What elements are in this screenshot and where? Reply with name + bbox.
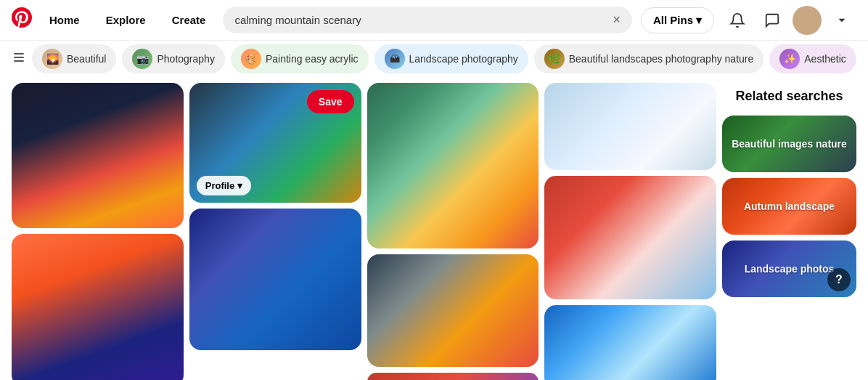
pin-card[interactable] xyxy=(367,83,539,248)
pin-column-2: Save Profile ▾ xyxy=(189,83,361,374)
pin-card[interactable] xyxy=(367,254,539,367)
save-button[interactable]: Save xyxy=(307,90,354,113)
filter-icon[interactable] xyxy=(12,50,26,68)
pin-card[interactable] xyxy=(367,373,539,380)
related-search-beautiful-nature[interactable]: Beautiful images nature xyxy=(722,116,856,172)
notification-button[interactable] xyxy=(723,6,752,35)
pin-column-1 xyxy=(12,83,184,374)
chip-landscape-photography[interactable]: 🏔 Landscape photography xyxy=(374,44,528,73)
pin-card[interactable] xyxy=(189,209,361,350)
pin-card[interactable] xyxy=(544,176,716,299)
related-searches-header: Related searches xyxy=(722,83,856,110)
pin-card[interactable] xyxy=(12,234,184,380)
pin-column-related: Related searches Beautiful images nature… xyxy=(722,83,856,374)
pin-card[interactable] xyxy=(544,305,716,380)
nav-home[interactable]: Home xyxy=(41,8,89,32)
search-input[interactable] xyxy=(234,14,607,26)
chip-photography[interactable]: 📷 Photography xyxy=(122,44,224,73)
search-bar: × xyxy=(223,7,632,33)
chevron-down-icon: ▾ xyxy=(696,14,702,27)
clear-search-button[interactable]: × xyxy=(613,12,621,28)
masonry-grid: Save Profile ▾ Relat xyxy=(0,77,868,380)
chevron-down-icon: ▾ xyxy=(237,180,242,191)
chip-aesthetic[interactable]: ✨ Aesthetic xyxy=(769,44,856,73)
nav-create[interactable]: Create xyxy=(163,8,215,32)
more-button[interactable] xyxy=(827,6,856,35)
chip-beautiful[interactable]: 🌄 Beautiful xyxy=(32,44,116,73)
related-search-landscape-photos[interactable]: Landscape photos ? xyxy=(722,240,856,297)
pin-column-3 xyxy=(367,83,539,374)
message-button[interactable] xyxy=(758,6,787,35)
filter-bar: 🌄 Beautiful 📷 Photography 🎨 Painting eas… xyxy=(0,41,868,77)
header: Home Explore Create × All Pins ▾ xyxy=(0,0,868,41)
nav-explore[interactable]: Explore xyxy=(97,8,155,32)
avatar[interactable] xyxy=(793,6,822,35)
profile-button[interactable]: Profile ▾ xyxy=(197,176,251,195)
pin-card[interactable] xyxy=(544,83,716,170)
related-search-autumn[interactable]: Autumn landscape xyxy=(722,178,856,235)
pinterest-logo[interactable] xyxy=(12,7,32,33)
header-icons xyxy=(723,6,856,35)
pin-card[interactable] xyxy=(12,83,184,228)
chip-painting-acrylic[interactable]: 🎨 Painting easy acrylic xyxy=(231,44,369,73)
chip-beautiful-landscapes[interactable]: 🌿 Beautiful landscapes photography natur… xyxy=(534,44,764,73)
help-icon[interactable]: ? xyxy=(827,268,851,291)
pin-column-4 xyxy=(544,83,716,374)
pin-card[interactable]: Save Profile ▾ xyxy=(189,83,361,203)
all-pins-button[interactable]: All Pins ▾ xyxy=(641,7,714,33)
